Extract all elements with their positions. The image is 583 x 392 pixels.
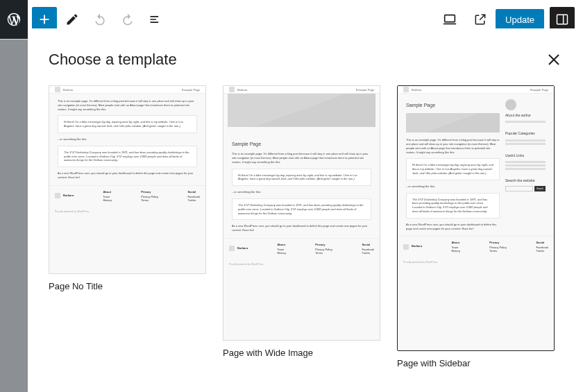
modal-title: Choose a template <box>49 51 177 69</box>
template-option-page-with-sidebar[interactable]: Barbara Example Page Sample Page This is… <box>397 85 555 368</box>
template-option-page-wide-image[interactable]: Barbara Example Page Sample Page This is… <box>223 85 380 358</box>
update-button[interactable]: Update <box>496 9 544 31</box>
template-list: Barbara Example Page This is an example … <box>49 85 562 368</box>
pencil-icon <box>65 12 79 26</box>
template-label: Page with Sidebar <box>397 358 555 368</box>
template-label: Page with Wide Image <box>223 348 380 358</box>
modal-header: Choose a template <box>49 51 562 69</box>
external-link-icon <box>473 12 487 26</box>
undo-icon <box>93 12 107 26</box>
template-thumbnail: Barbara Example Page Sample Page This is… <box>397 85 555 351</box>
list-icon <box>149 12 162 26</box>
template-thumbnail: Barbara Example Page This is an example … <box>49 85 206 274</box>
redo-icon <box>121 12 135 26</box>
laptop-icon <box>442 12 457 27</box>
close-button[interactable] <box>546 51 562 68</box>
template-thumbnail: Barbara Example Page Sample Page This is… <box>223 85 380 341</box>
wordpress-icon <box>6 12 22 27</box>
sidebar-icon <box>555 12 569 26</box>
svg-rect-0 <box>445 15 455 22</box>
template-label: Page No Title <box>49 281 206 291</box>
plus-icon <box>37 12 52 27</box>
wordpress-logo[interactable] <box>0 0 28 39</box>
choose-template-modal: Choose a template Barbara Example Page T… <box>28 28 583 392</box>
svg-rect-1 <box>557 15 568 24</box>
template-option-page-no-title[interactable]: Barbara Example Page This is an example … <box>49 85 206 291</box>
